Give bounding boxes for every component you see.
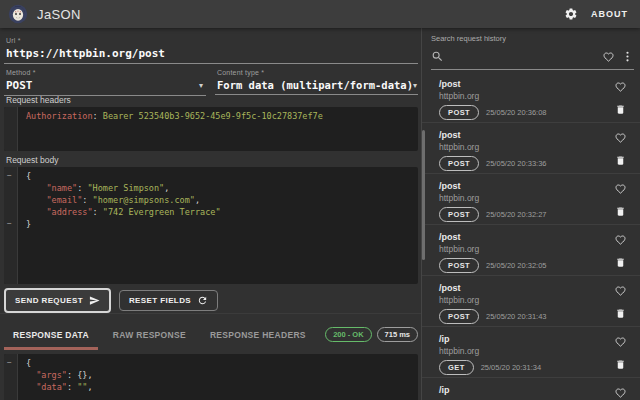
content-type-value: Form data (multipart/form-data) <box>217 79 413 91</box>
response-tabs-row: RESPONSE DATARAW RESPONSERESPONSE HEADER… <box>4 322 418 350</box>
fold-marker-icon[interactable]: − <box>7 170 12 182</box>
history-item-method-badge: POST <box>439 309 479 324</box>
favorite-heart-icon[interactable] <box>614 234 627 246</box>
divider <box>0 313 421 314</box>
delete-trash-icon[interactable] <box>615 154 626 167</box>
code-line: Authorization: Bearer 523540b3-9652-45e9… <box>4 110 418 122</box>
content-type-label: Content type * <box>217 69 418 76</box>
history-item-host: httpbin.org <box>439 142 606 152</box>
code-line: −} <box>4 218 418 230</box>
favorite-heart-icon[interactable] <box>614 81 627 93</box>
history-item-host: httpbin.org <box>439 193 606 203</box>
history-item-path: /post <box>439 79 606 89</box>
history-item-host: httpbin.org <box>439 244 606 254</box>
tab-response-data[interactable]: RESPONSE DATA <box>4 324 98 350</box>
favorite-heart-icon[interactable] <box>614 336 627 348</box>
history-item[interactable]: /ip <box>422 378 640 400</box>
history-search-label: Search request history <box>431 34 506 43</box>
history-menu-kebab-icon[interactable] <box>621 50 634 63</box>
delete-trash-icon[interactable] <box>615 358 626 371</box>
history-item[interactable]: /post httpbin.org POST 25/05/20 20:32:05 <box>422 225 640 276</box>
request-body-label: Request body <box>6 155 58 165</box>
code-line: "name": "Homer Simpson", <box>4 182 418 194</box>
fold-marker-icon[interactable]: − <box>7 357 12 369</box>
about-button[interactable]: ABOUT <box>591 9 628 19</box>
history-item-host: httpbin.org <box>439 346 606 356</box>
code-line: "data": "", <box>4 381 418 393</box>
history-item-method-badge: GET <box>439 360 474 375</box>
response-time-badge: 715 ms <box>377 327 418 342</box>
history-item-timestamp: 25/05/20 20:32:27 <box>486 210 546 219</box>
jason-mask-logo-icon <box>8 4 28 24</box>
history-list: /post httpbin.org POST 25/05/20 20:36:08… <box>422 72 640 400</box>
response-tabs: RESPONSE DATARAW RESPONSERESPONSE HEADER… <box>4 324 321 350</box>
history-item-method-badge: POST <box>439 156 479 171</box>
favorite-heart-icon[interactable] <box>614 387 627 399</box>
request-headers-label: Request headers <box>6 95 71 105</box>
tab-raw-response[interactable]: RAW RESPONSE <box>104 324 195 350</box>
method-label: Method * <box>6 69 206 76</box>
method-value: POST <box>6 79 33 92</box>
history-item[interactable]: /post httpbin.org POST 25/05/20 20:32:27 <box>422 174 640 225</box>
status-badge: 200 - OK <box>325 327 371 342</box>
filter-favorites-heart-icon[interactable] <box>602 51 615 63</box>
request-panel: Url * https://httpbin.org/post Method * … <box>0 28 421 400</box>
history-item-timestamp: 25/05/20 20:32:05 <box>486 261 546 270</box>
code-line: "address": "742 Evergreen Terrace" <box>4 206 418 218</box>
history-scrollbar[interactable] <box>422 130 425 260</box>
tab-response-headers[interactable]: RESPONSE HEADERS <box>201 324 315 350</box>
fold-marker-icon[interactable]: − <box>7 218 12 230</box>
favorite-heart-icon[interactable] <box>614 285 627 297</box>
history-item-host: httpbin.org <box>439 91 606 101</box>
code-line: "args": {}, <box>4 369 418 381</box>
content-type-select[interactable]: Content type * Form data (multipart/form… <box>215 67 418 95</box>
chevron-down-icon: ▾ <box>413 81 420 90</box>
history-item-path: /post <box>439 283 606 293</box>
send-icon <box>89 295 100 306</box>
history-item-timestamp: 25/05/20 20:36:08 <box>486 108 546 117</box>
history-item-timestamp: 25/05/20 20:31:43 <box>486 312 546 321</box>
history-item-path: /ip <box>439 385 606 395</box>
url-field[interactable]: Url * https://httpbin.org/post <box>4 35 418 64</box>
history-item-path: /post <box>439 232 606 242</box>
top-app-bar: JaSON ABOUT <box>0 0 640 28</box>
settings-gear-icon[interactable] <box>564 7 578 21</box>
send-request-button[interactable]: SEND REQUEST <box>4 288 111 313</box>
method-select[interactable]: Method * POST ▾ <box>4 67 206 96</box>
history-item[interactable]: /post httpbin.org POST 25/05/20 20:36:08 <box>422 72 640 123</box>
favorite-heart-icon[interactable] <box>614 183 627 195</box>
history-item-timestamp: 25/05/20 20:31:34 <box>481 363 541 372</box>
refresh-icon <box>197 295 208 306</box>
history-item-method-badge: POST <box>439 258 479 273</box>
delete-trash-icon[interactable] <box>615 205 626 218</box>
code-line: "email": "homer@simpsons.com", <box>4 194 418 206</box>
history-item-path: /ip <box>439 334 606 344</box>
history-item-host: httpbin.org <box>439 295 606 305</box>
reset-fields-button[interactable]: RESET FIELDS <box>119 290 218 311</box>
delete-trash-icon[interactable] <box>615 103 626 116</box>
app-title: JaSON <box>37 7 81 22</box>
reset-fields-label: RESET FIELDS <box>129 296 191 305</box>
history-item-timestamp: 25/05/20 20:33:36 <box>486 159 546 168</box>
favorite-heart-icon[interactable] <box>614 132 627 144</box>
code-line: −{ <box>4 170 418 182</box>
request-body-editor[interactable]: −{ "name": "Homer Simpson", "email": "ho… <box>4 167 418 284</box>
history-item[interactable]: /post httpbin.org POST 25/05/20 20:31:43 <box>422 276 640 327</box>
send-request-label: SEND REQUEST <box>15 296 83 305</box>
history-item[interactable]: /post httpbin.org POST 25/05/20 20:33:36 <box>422 123 640 174</box>
history-sidebar: Search request history /post httpbin.org… <box>421 28 640 400</box>
history-item-method-badge: POST <box>439 207 479 222</box>
history-item-method-badge: POST <box>439 105 479 120</box>
history-search-row <box>431 44 634 70</box>
url-label: Url * <box>6 37 418 44</box>
delete-trash-icon[interactable] <box>615 256 626 269</box>
history-item[interactable]: /ip httpbin.org GET 25/05/20 20:31:34 <box>422 327 640 378</box>
url-input[interactable]: https://httpbin.org/post <box>6 47 165 60</box>
history-item-path: /post <box>439 181 606 191</box>
response-data-editor[interactable]: −{ "args": {}, "data": "", <box>4 354 418 400</box>
history-search-input[interactable] <box>450 51 596 62</box>
request-headers-editor[interactable]: Authorization: Bearer 523540b3-9652-45e9… <box>4 107 418 151</box>
code-line: −{ <box>4 357 418 369</box>
delete-trash-icon[interactable] <box>615 307 626 320</box>
history-item-path: /post <box>439 130 606 140</box>
